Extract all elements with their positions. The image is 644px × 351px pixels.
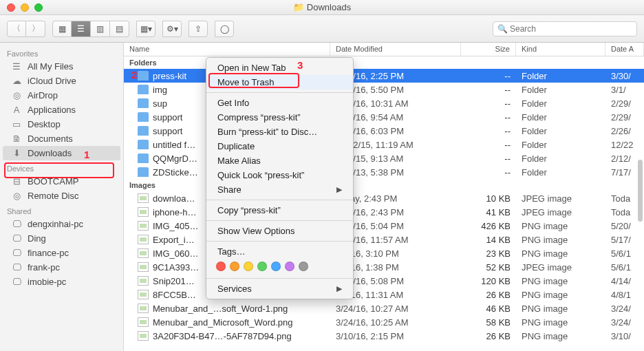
context-menu-item[interactable]: Burn “press-kit” to Disc… [206,125,353,139]
tag-color-dot[interactable] [299,262,308,271]
file-size: -- [461,153,516,164]
file-row[interactable]: untitled f…12/22/15, 11:19 AM--Folder12/… [124,138,644,151]
sidebar-item-icloud-drive[interactable]: ☁iCloud Drive [0,74,123,88]
file-row[interactable]: Menubar_and_…soft_Word-1.png3/24/16, 10:… [124,301,644,315]
sidebar-item-downloads[interactable]: ⬇Downloads [3,146,120,160]
search-input[interactable] [493,21,637,36]
file-list[interactable]: Folderspress-kit3/30/16, 2:25 PM--Folder… [124,56,644,343]
file-row[interactable]: img3/29/16, 5:50 PM--Folder3/1/ [124,83,644,96]
file-row[interactable]: IMG_405…5/20/16, 5:04 PM426 KBPNG image5… [124,219,644,233]
context-menu-item-label: Open in New Tab [217,63,286,73]
context-menu-item-label: Quick Look “press-kit” [217,170,304,180]
file-size: 26 KB [461,331,516,341]
column-view-button[interactable]: ▥ [91,21,110,37]
icon-view-button[interactable]: ▦ [52,21,72,37]
file-row[interactable]: support3/29/16, 9:54 AM--Folder2/29/ [124,110,644,124]
share-button[interactable]: ⇪ [189,21,208,37]
context-menu-separator [206,241,353,242]
file-row[interactable]: downloa…Today, 2:43 PM10 KBJPEG imageTod… [124,191,644,205]
context-menu-item[interactable]: Tags… [206,244,353,259]
context-menu-item[interactable]: Compress “press-kit” [206,110,353,125]
sidebar-item-icon: 🖵 [11,248,22,258]
sidebar-item-bootcamp[interactable]: ⊟BOOTCAMP [0,174,123,189]
tags-button[interactable]: ◯ [215,21,234,37]
sidebar-item-all-my-files[interactable]: ☰All My Files [0,59,123,74]
submenu-arrow-icon: ▶ [336,185,342,194]
context-menu-item[interactable]: Duplicate [206,139,353,153]
sidebar-item-label: iCloud Drive [28,76,76,86]
file-row[interactable]: IMG_060…5/4/16, 3:10 PM23 KBPNG image5/6… [124,246,644,260]
sidebar-item-imobie-pc[interactable]: 🖵imobie-pc [0,275,123,289]
sidebar-item-ding[interactable]: 🖵Ding [0,231,123,246]
list-view-button[interactable]: ☰ [72,21,91,37]
file-kind: Folder [516,85,605,95]
col-date-modified[interactable]: Date Modified [330,43,461,56]
context-menu-item[interactable]: Make Alias [206,153,353,168]
file-size: 120 KB [461,276,516,286]
sidebar: Favorites☰All My Files☁iCloud Drive◎AirD… [0,43,124,351]
context-menu-item[interactable]: Move to Trash [206,75,353,89]
file-row[interactable]: iphone-h…5/20/16, 2:43 PM41 KBJPEG image… [124,205,644,219]
sidebar-item-applications[interactable]: AApplications [0,103,123,117]
file-size: 52 KB [461,262,516,273]
sidebar-item-dengxinhai-pc[interactable]: 🖵dengxinhai-pc [0,217,123,231]
scrollbar-thumb[interactable] [638,160,643,222]
file-kind: Folder [516,71,605,81]
file-row[interactable]: 3A20F3D4-B47…-5AF787D94.png3/10/16, 2:15… [124,329,644,343]
sidebar-item-icon: 🖵 [11,233,22,244]
file-name: IMG_060… [153,248,198,259]
arrange-button[interactable]: ▦▾ [136,21,155,37]
file-name: 9C1A393… [153,262,199,273]
context-menu-item[interactable]: Show View Options [206,224,353,238]
tag-color-dot[interactable] [230,262,239,271]
file-row[interactable]: 9C1A393…5/6/16, 1:38 PM52 KBJPEG image5/… [124,260,644,274]
sidebar-item-finance-pc[interactable]: 🖵finance-pc [0,246,123,260]
sidebar-item-icon: ◎ [11,90,22,100]
col-name[interactable]: Name [124,43,330,56]
sidebar-item-documents[interactable]: 🗎Documents [0,131,123,146]
context-menu-item[interactable]: Copy “press-kit” [206,203,353,217]
folder-icon: 📁 [293,2,304,12]
action-button[interactable]: ⚙▾ [162,21,182,37]
col-date-added[interactable]: Date A [605,43,644,56]
sidebar-item-label: AirDrop [28,90,58,100]
tag-color-dot[interactable] [285,262,294,271]
back-button[interactable]: 〈 [7,21,26,37]
context-menu-item[interactable]: Share▶ [206,182,353,197]
context-menu-item[interactable]: Services▶ [206,281,353,296]
file-row[interactable]: QQMgrD…2/17/15, 9:13 AM--Folder2/12/ [124,151,644,165]
sidebar-item-frank-pc[interactable]: 🖵frank-pc [0,260,123,275]
file-row[interactable]: Menubar_and_Microsoft_Word.png3/24/16, 1… [124,315,644,329]
folder-icon [138,126,149,136]
file-row[interactable]: 8FCC5B…4/8/16, 11:31 AM26 KBPNG image4/8… [124,288,644,301]
file-kind: Folder [516,153,605,164]
sidebar-item-desktop[interactable]: ▭Desktop [0,117,123,131]
context-menu-item[interactable]: Quick Look “press-kit” [206,168,353,182]
sidebar-item-icon: 🖵 [11,277,22,287]
file-row[interactable]: Snip201…4/14/16, 5:08 PM120 KBPNG image4… [124,274,644,288]
sidebar-item-airdrop[interactable]: ◎AirDrop [0,88,123,103]
file-date-added: 3/24/ [605,304,644,314]
file-row[interactable]: sup3/29/16, 10:31 AM--Folder2/29/ [124,96,644,110]
file-row[interactable]: press-kit3/30/16, 2:25 PM--Folder3/30/ [124,69,644,83]
image-file-icon [138,276,149,286]
tag-color-dot[interactable] [216,262,226,271]
col-size[interactable]: Size [461,43,516,56]
file-kind: PNG image [516,304,605,314]
context-menu-item[interactable]: Open in New Tab [206,61,353,75]
sidebar-item-remote-disc[interactable]: ◎Remote Disc [0,189,123,203]
col-kind[interactable]: Kind [516,43,605,56]
context-menu-item[interactable]: Get Info [206,96,353,110]
tag-color-dot[interactable] [244,262,253,271]
image-file-icon [138,290,149,299]
context-menu-separator [206,200,353,200]
forward-button[interactable]: 〉 [26,21,45,37]
file-kind: JPEG image [516,207,605,217]
tag-color-dot[interactable] [257,262,267,271]
file-size: 26 KB [461,290,516,300]
tag-color-dot[interactable] [271,262,281,271]
file-row[interactable]: support3/25/16, 6:03 PM--Folder2/26/ [124,124,644,138]
file-row[interactable]: Export_i…5/10/16, 11:57 AM14 KBPNG image… [124,233,644,246]
coverflow-view-button[interactable]: ▤ [110,21,129,37]
file-row[interactable]: ZDSticke…7/17/13, 5:38 PM--Folder7/17/ [124,165,644,179]
